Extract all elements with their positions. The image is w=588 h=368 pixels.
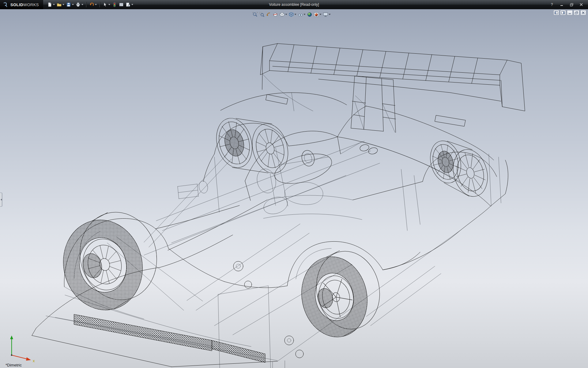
previous-view-button[interactable] <box>265 11 272 18</box>
wheel-front-left <box>53 203 168 318</box>
panel-collapse-handle[interactable] <box>0 193 2 207</box>
doc-restore-icon <box>575 11 578 14</box>
display-style-icon <box>288 12 294 17</box>
file-properties-button[interactable] <box>118 1 125 8</box>
options-button[interactable] <box>125 1 134 8</box>
doc-close-icon <box>582 11 585 14</box>
brand-name: SOLIDWORKS <box>10 2 39 7</box>
hide-show-items-icon <box>298 12 303 17</box>
new-document-button[interactable] <box>46 1 56 8</box>
zoom-fit-icon <box>252 12 258 17</box>
previous-view-icon <box>266 12 271 17</box>
print-button[interactable] <box>75 1 84 8</box>
wireframe-model <box>32 44 525 368</box>
pane-right-button[interactable] <box>560 10 566 15</box>
dassault-3ds-logo-icon <box>2 2 9 7</box>
doc-restore-button[interactable] <box>574 10 579 15</box>
options-icon <box>126 2 130 7</box>
select-dropdown-arrow[interactable] <box>108 4 110 5</box>
file-properties-icon <box>119 2 124 7</box>
front-splitter-mesh <box>74 314 265 362</box>
wheel-rear-left <box>293 244 388 343</box>
view-settings-icon <box>323 12 328 17</box>
rear-wing <box>260 44 525 132</box>
view-orientation-icon <box>279 12 285 17</box>
triad-x-label: x <box>33 358 35 363</box>
solidworks-logo: SOLIDWORKS <box>0 0 43 9</box>
print-icon <box>76 2 81 7</box>
undo-dropdown-arrow[interactable] <box>95 4 97 5</box>
new-dropdown-arrow[interactable] <box>53 4 55 5</box>
display-style-dropdown-arrow[interactable] <box>294 14 296 15</box>
view-orientation-dropdown-arrow[interactable] <box>285 14 287 15</box>
pane-left-button[interactable] <box>553 10 559 15</box>
apply-scene-button[interactable] <box>313 11 322 18</box>
minimize-button[interactable] <box>557 2 566 8</box>
doc-minimize-icon <box>568 11 571 14</box>
options-dropdown-arrow[interactable] <box>131 4 133 5</box>
window-title: Voiture assomblee [Read-only] <box>269 0 319 9</box>
view-settings-dropdown-arrow[interactable] <box>329 14 330 15</box>
close-button[interactable] <box>577 2 586 8</box>
help-button[interactable]: ? <box>548 2 556 8</box>
wheel-front-right <box>211 114 293 177</box>
document-window-controls <box>553 10 586 15</box>
model-viewport-canvas[interactable] <box>0 9 588 368</box>
view-orientation-button[interactable] <box>279 11 288 18</box>
titlebar: SOLIDWORKS <box>0 0 588 9</box>
select-icon <box>103 2 107 7</box>
triad-x-axis-arrow <box>26 357 31 361</box>
select-button[interactable] <box>102 1 111 8</box>
pane-left-icon <box>555 11 558 14</box>
rebuild-icon <box>112 2 117 7</box>
zoom-fit-button[interactable] <box>252 11 258 18</box>
triad-y-axis-arrow <box>10 335 13 339</box>
zoom-area-button[interactable] <box>258 11 265 18</box>
display-style-button[interactable] <box>288 11 297 18</box>
section-view-icon <box>273 12 278 17</box>
print-dropdown-arrow[interactable] <box>81 4 83 5</box>
hide-show-items-dropdown-arrow[interactable] <box>303 14 305 15</box>
view-settings-button[interactable] <box>322 11 331 18</box>
chevron-left-icon <box>1 199 2 201</box>
restore-icon <box>570 3 573 6</box>
save-icon <box>66 2 71 7</box>
open-dropdown-arrow[interactable] <box>62 4 64 5</box>
heads-up-view-toolbar <box>251 11 332 18</box>
view-orientation-label: *Dimetric <box>6 363 22 367</box>
close-icon <box>580 3 583 6</box>
save-button[interactable] <box>65 1 75 8</box>
window-controls: ? <box>548 0 588 9</box>
apply-scene-dropdown-arrow[interactable] <box>319 14 321 15</box>
section-view-button[interactable] <box>272 11 278 18</box>
reference-triad: x <box>2 332 42 363</box>
doc-minimize-button[interactable] <box>567 10 573 15</box>
rebuild-button[interactable] <box>111 1 118 8</box>
open-button[interactable] <box>56 1 65 8</box>
save-dropdown-arrow[interactable] <box>72 4 74 5</box>
open-icon <box>57 2 62 7</box>
restore-button[interactable] <box>567 2 576 8</box>
edit-appearance-icon <box>307 12 312 17</box>
graphics-area: x *Dimetric <box>0 9 588 368</box>
hide-show-items-button[interactable] <box>297 11 306 18</box>
minimize-icon <box>560 3 563 6</box>
pane-right-icon <box>561 11 565 14</box>
toolbar-separator <box>86 2 86 7</box>
solidworks-window: SOLIDWORKS <box>0 0 588 368</box>
zoom-area-icon <box>259 12 264 17</box>
undo-button[interactable] <box>88 1 98 8</box>
wheel-rear-right <box>426 137 493 200</box>
undo-icon <box>89 2 94 7</box>
main-toolbar <box>46 1 134 8</box>
doc-close-button[interactable] <box>580 10 586 15</box>
new-document-icon <box>47 2 52 7</box>
toolbar-separator <box>100 2 100 7</box>
edit-appearance-button[interactable] <box>306 11 313 18</box>
apply-scene-icon <box>314 12 319 17</box>
